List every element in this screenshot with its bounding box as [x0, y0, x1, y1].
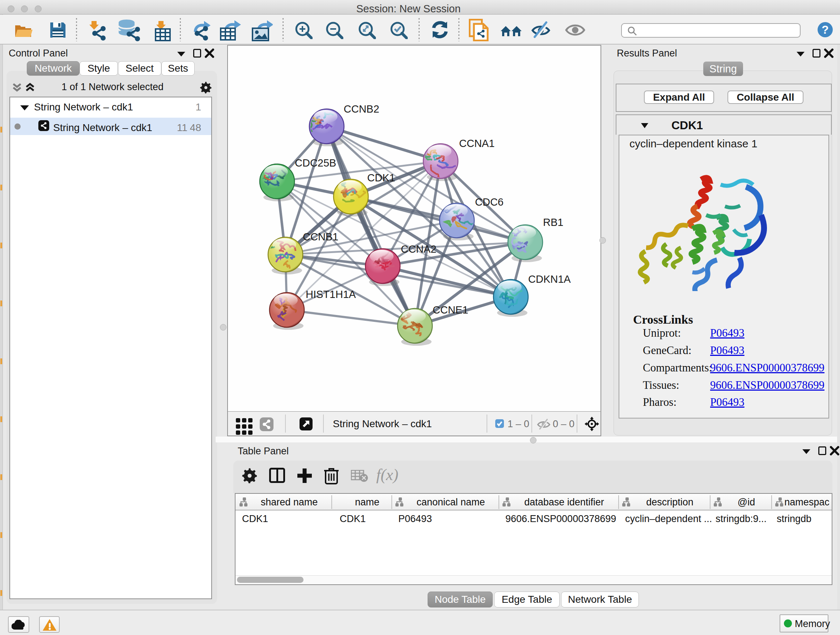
- svg-text:CDK1: CDK1: [367, 172, 395, 184]
- svg-text:CCNB2: CCNB2: [344, 103, 379, 115]
- svg-text:CCNE1: CCNE1: [433, 304, 468, 316]
- svg-text:CDC25B: CDC25B: [295, 157, 336, 169]
- svg-text:CDC6: CDC6: [475, 196, 504, 208]
- svg-text:HIST1H1A: HIST1H1A: [306, 288, 356, 300]
- svg-text:CDKN1A: CDKN1A: [528, 273, 571, 285]
- svg-text:CCNA2: CCNA2: [401, 243, 436, 255]
- svg-text:CCNA1: CCNA1: [459, 138, 494, 149]
- svg-text:RB1: RB1: [543, 217, 563, 228]
- svg-text:CCNB1: CCNB1: [303, 231, 338, 242]
